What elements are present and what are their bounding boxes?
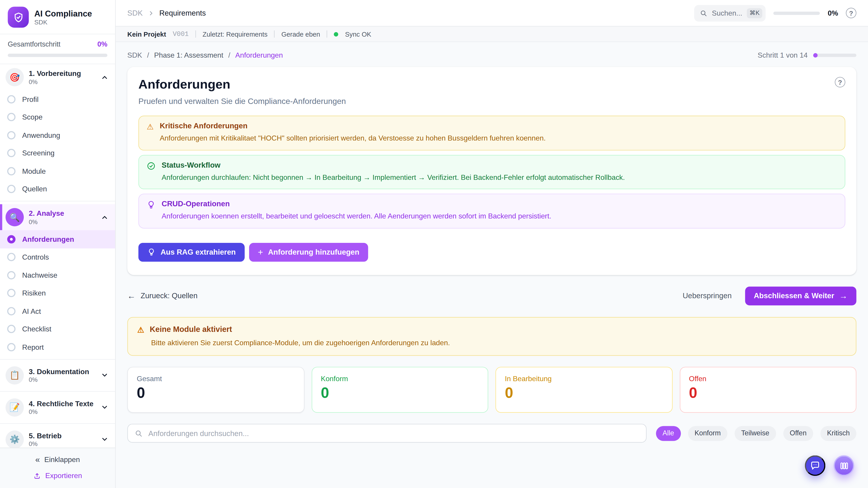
complete-and-next-button[interactable]: Abschliessen & Weiter → (745, 287, 857, 305)
sidebar-item-scope[interactable]: Scope (0, 108, 115, 126)
critical-requirements-notice: ⚠ Kritische Anforderungen Anforderungen … (138, 116, 845, 150)
stat-label: Offen (689, 375, 847, 383)
page-breadcrumb-root[interactable]: SDK (127, 51, 142, 59)
search-input-placeholder: Anforderungen durchsuchen... (148, 429, 249, 437)
help-icon[interactable]: ? (846, 8, 857, 18)
chevron-right-icon (148, 10, 154, 16)
requirements-search-input[interactable]: Anforderungen durchsuchen... (127, 424, 647, 443)
breadcrumb: SDK Requirements (127, 9, 206, 17)
global-search-button[interactable]: Suchen... ⌘K (694, 5, 766, 21)
next-label: Abschliessen & Weiter (754, 292, 834, 300)
last-step-label: Zuletzt: Requirements (203, 30, 268, 38)
status-workflow-notice: Status-Workflow Anforderungen durchlaufe… (138, 155, 845, 189)
section-rechtliche-texte-header[interactable]: 📝 4. Rechtliche Texte 0% (0, 394, 115, 420)
sidebar-item-report[interactable]: Report (0, 338, 115, 356)
sidebar-footer: « Einklappen Exportieren (0, 448, 115, 488)
skip-button[interactable]: Ueberspringen (683, 292, 732, 300)
radio-circle-icon (7, 343, 16, 351)
wizard-navigation: ← Zurueck: Quellen Ueberspringen Abschli… (127, 287, 856, 305)
chevron-up-icon (101, 213, 108, 221)
columns-view-button[interactable] (834, 455, 854, 476)
sidebar-item-screening[interactable]: Screening (0, 144, 115, 162)
button-label: Anforderung hinzufuegen (268, 248, 360, 256)
sidebar-item-module[interactable]: Module (0, 162, 115, 180)
topbar: SDK Requirements Suchen... ⌘K 0% ? (116, 0, 868, 27)
back-to-sources-button[interactable]: ← Zurueck: Quellen (127, 292, 197, 300)
sidebar-item-ai-act[interactable]: AI Act (0, 302, 115, 320)
shield-check-icon (8, 6, 29, 28)
sidebar-item-quellen[interactable]: Quellen (0, 180, 115, 198)
filter-row: Anforderungen durchsuchen... Alle Konfor… (127, 424, 856, 443)
upload-icon (33, 472, 41, 480)
warning-icon: ⚠ (137, 325, 144, 334)
sidebar-nav: 🎯 1. Vorbereitung 0% Profil Scope Anwend… (0, 64, 115, 448)
section-vorbereitung-header[interactable]: 🎯 1. Vorbereitung 0% (0, 64, 115, 90)
search-icon (700, 9, 707, 17)
magnifier-icon: 🔍 (5, 208, 24, 226)
radio-circle-icon (7, 167, 16, 175)
chat-bubble-icon (810, 460, 820, 471)
section-dokumentation-header[interactable]: 📋 3. Dokumentation 0% (0, 362, 115, 388)
radio-circle-icon (7, 253, 16, 261)
extract-from-rag-button[interactable]: Aus RAG extrahieren (138, 242, 245, 261)
sidebar-item-label: Scope (22, 113, 42, 121)
card-help-icon[interactable]: ? (835, 77, 845, 88)
sidebar-item-checklist[interactable]: Checklist (0, 320, 115, 338)
memo-icon: 📝 (5, 398, 24, 416)
filter-chip-kritisch[interactable]: Kritisch (820, 426, 856, 441)
section-percent: 0% (29, 219, 64, 225)
back-label: Zurueck: Quellen (141, 292, 197, 300)
notice-body: Anforderungen koennen erstellt, bearbeit… (162, 212, 551, 221)
crud-operations-notice: CRUD-Operationen Anforderungen koennen e… (138, 194, 845, 228)
step-progress-fill (813, 53, 818, 57)
sidebar-item-profil[interactable]: Profil (0, 90, 115, 108)
section-percent: 0% (29, 78, 81, 85)
collapse-sidebar-button[interactable]: « Einklappen (32, 455, 83, 464)
stat-card-offen: Offen 0 (680, 367, 856, 413)
version-badge: V001 (173, 30, 189, 38)
target-icon: 🎯 (5, 68, 24, 86)
breadcrumb-separator: / (228, 51, 230, 59)
stat-value: 0 (137, 385, 295, 401)
radio-circle-icon (7, 325, 16, 333)
sidebar: AI Compliance SDK Gesamtfortschritt 0% 🎯… (0, 0, 116, 488)
section-percent: 0% (29, 441, 61, 447)
breadcrumb-root[interactable]: SDK (127, 9, 143, 17)
columns-icon (839, 461, 849, 470)
sidebar-item-anforderungen[interactable]: Anforderungen (0, 230, 115, 248)
double-chevron-left-icon: « (35, 455, 40, 464)
chat-assistant-button[interactable] (805, 455, 826, 476)
filter-chip-konform[interactable]: Konform (688, 426, 727, 441)
filter-chip-alle[interactable]: Alle (656, 426, 681, 441)
add-requirement-button[interactable]: + Anforderung hinzufuegen (249, 242, 368, 261)
filter-chip-offen[interactable]: Offen (783, 426, 813, 441)
notice-title: Kritische Anforderungen (160, 122, 546, 130)
sidebar-item-risiken[interactable]: Risiken (0, 284, 115, 302)
last-saved-time: Gerade eben (281, 30, 320, 38)
filter-chip-teilweise[interactable]: Teilweise (735, 426, 776, 441)
export-button[interactable]: Exportieren (30, 471, 86, 480)
sidebar-item-label: AI Act (22, 307, 41, 315)
sync-status-label: Sync OK (345, 30, 371, 38)
status-bar: Kein Projekt V001 Zuletzt: Requirements … (116, 27, 868, 42)
page-subtitle: Pruefen und verwalten Sie die Compliance… (138, 97, 845, 106)
step-indicator: Schritt 1 von 14 (758, 51, 857, 59)
sidebar-item-label: Anforderungen (22, 235, 74, 243)
notice-body: Anforderungen durchlaufen: Nicht begonne… (162, 172, 625, 182)
app-title-block: AI Compliance SDK (34, 9, 92, 26)
sidebar-item-label: Profil (22, 95, 39, 103)
stat-label: Gesamt (137, 375, 295, 383)
no-modules-warning: ⚠ Keine Module aktiviert Bitte aktiviere… (127, 317, 856, 355)
sidebar-item-label: Screening (22, 149, 55, 157)
sidebar-item-nachweise[interactable]: Nachweise (0, 266, 115, 284)
page-breadcrumb-phase[interactable]: Phase 1: Assessment (154, 51, 223, 59)
sidebar-item-controls[interactable]: Controls (0, 248, 115, 266)
sidebar-item-anwendung[interactable]: Anwendung (0, 126, 115, 144)
notice-title: Status-Workflow (162, 161, 625, 169)
breadcrumb-separator: / (147, 51, 149, 59)
warning-icon: ⚠ (147, 122, 154, 143)
arrow-left-icon: ← (127, 292, 135, 300)
section-analyse-header[interactable]: 🔍 2. Analyse 0% (0, 204, 115, 230)
section-betrieb-header[interactable]: ⚙️ 5. Betrieb 0% (0, 426, 115, 448)
sidebar-item-label: Module (22, 167, 46, 175)
